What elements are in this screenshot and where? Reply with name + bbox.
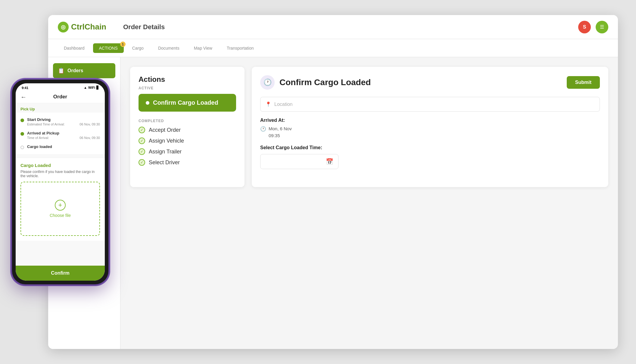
confirm-button[interactable]: Confirm	[16, 266, 105, 281]
timeline-dot-1	[20, 132, 24, 136]
cargo-time-label: Select Cargo Loaded Time:	[260, 145, 600, 150]
phone-timeline: Start Driving Estimated Time of Arrival:…	[16, 113, 105, 154]
completed-label-2: Assign Trailer	[149, 149, 182, 155]
app-logo: ◎ CtrlChain	[58, 22, 106, 32]
active-section-label: ACTIVE	[139, 86, 236, 90]
detail-title: Confirm Cargo Loaded	[279, 78, 371, 87]
list-item: ✓ Select Driver	[139, 159, 236, 166]
calendar-icon: 📅	[326, 158, 333, 165]
completed-section-label: COMPLETED	[139, 119, 236, 123]
list-item: Arrived at Pickup Time of Arrival: 06 No…	[20, 128, 100, 142]
timeline-meta-right-1: 06 Nov, 09:30	[80, 136, 100, 140]
cargo-card: Cargo Loaded Please confirm if you have …	[16, 158, 105, 241]
file-upload-plus-icon: +	[55, 200, 66, 211]
active-action-button[interactable]: Confirm Cargo Loaded	[139, 94, 236, 112]
orders-icon: 📋	[58, 67, 64, 74]
phone-time: 9:41	[22, 86, 28, 90]
timeline-content-2: Cargo loaded	[27, 144, 100, 149]
logo-icon: ◎	[58, 22, 69, 32]
timeline-meta-1: Time of Arrival: 06 Nov, 09:30	[27, 136, 100, 140]
tab-mapview[interactable]: Map View	[188, 43, 218, 53]
phone-header: ← Order	[16, 91, 105, 103]
detail-header: 🕐 Confirm Cargo Loaded Submit	[260, 75, 600, 90]
timeline-dot-0	[20, 119, 24, 122]
submit-button[interactable]: Submit	[567, 76, 600, 89]
arrived-time-text: Mon, 6 Nov 09:35	[269, 125, 292, 139]
list-item: ✓ Accept Order	[139, 127, 236, 133]
location-pin-icon: 📍	[265, 101, 271, 107]
timeline-meta-left-0: Estimated Time of Arrival:	[27, 122, 65, 126]
check-icon-1: ✓	[139, 137, 145, 144]
tab-dashboard[interactable]: Dashboard	[58, 43, 91, 53]
phone-icons: ▲WiFi▊	[84, 86, 99, 90]
check-icon-3: ✓	[139, 159, 145, 166]
clock-icon: 🕐	[260, 75, 275, 90]
panels-area: Actions ACTIVE Confirm Cargo Loaded COMP…	[120, 57, 618, 349]
cargo-card-title: Cargo Loaded	[20, 163, 100, 168]
active-action-label: Confirm Cargo Loaded	[153, 99, 218, 106]
timeline-dot-2	[20, 146, 24, 149]
timeline-title-0: Start Driving	[27, 117, 100, 122]
tab-transportation[interactable]: Transportation	[221, 43, 260, 53]
arrived-at-label: Arrived At:	[260, 118, 600, 123]
timeline-content-1: Arrived at Pickup Time of Arrival: 06 No…	[27, 131, 100, 140]
phone-content: Pick Up Start Driving Estimated Time of …	[16, 103, 105, 266]
location-input[interactable]: 📍 Location	[260, 97, 600, 112]
tab-badge: 1	[120, 42, 126, 47]
list-item: Cargo loaded	[20, 142, 100, 152]
pickup-section-header: Pick Up	[16, 103, 105, 113]
time-picker-input[interactable]: ​ 📅	[260, 154, 338, 169]
phone-wrapper: 9:41 ▲WiFi▊ ← Order Pick Up	[12, 80, 108, 284]
back-button[interactable]: ←	[20, 94, 26, 100]
check-icon-2: ✓	[139, 148, 145, 155]
timeline-meta-left-1: Time of Arrival:	[27, 136, 49, 140]
tab-bar: Dashboard ACTIONS 1 Cargo Documents Map …	[48, 39, 618, 57]
user-avatar-green[interactable]: ☰	[596, 21, 608, 33]
completed-label-1: Assign Vehicle	[149, 138, 184, 144]
sidebar-item-orders[interactable]: 📋 Orders	[53, 63, 115, 78]
location-placeholder: Location	[274, 102, 293, 107]
detail-panel: 🕐 Confirm Cargo Loaded Submit 📍 Location…	[252, 67, 608, 187]
timeline-title-2: Cargo loaded	[27, 144, 100, 149]
active-dot	[146, 101, 149, 105]
completed-list: ✓ Accept Order ✓ Assign Vehicle ✓ Assign…	[139, 127, 236, 166]
tab-cargo[interactable]: Cargo	[126, 43, 150, 53]
timeline-meta-right-0: 06 Nov, 09:30	[80, 122, 100, 126]
file-upload-area[interactable]: + Choose file	[20, 182, 100, 236]
tab-actions[interactable]: ACTIONS 1	[93, 43, 124, 53]
check-icon-0: ✓	[139, 127, 145, 133]
phone-order-title: Order	[53, 94, 67, 100]
arrived-date: Mon, 6 Nov	[269, 125, 292, 132]
tab-documents[interactable]: Documents	[152, 43, 186, 53]
timeline-meta-0: Estimated Time of Arrival: 06 Nov, 09:30	[27, 122, 100, 126]
logo-text: CtrlChain	[71, 22, 106, 32]
timeline-title-1: Arrived at Pickup	[27, 131, 100, 135]
list-item: ✓ Assign Vehicle	[139, 137, 236, 144]
user-avatar-red[interactable]: S	[578, 21, 591, 33]
completed-label-3: Select Driver	[149, 159, 180, 166]
detail-title-row: 🕐 Confirm Cargo Loaded	[260, 75, 371, 90]
arrived-time: 09:35	[269, 132, 292, 139]
phone-screen: 9:41 ▲WiFi▊ ← Order Pick Up	[16, 83, 105, 281]
actions-title: Actions	[139, 75, 236, 84]
arrived-clock-icon: 🕐	[260, 126, 266, 132]
list-item: Start Driving Estimated Time of Arrival:…	[20, 115, 100, 128]
list-item: ✓ Assign Trailer	[139, 148, 236, 155]
cargo-card-desc: Please confirm if you have loaded the ca…	[20, 170, 100, 178]
phone-frame: 9:41 ▲WiFi▊ ← Order Pick Up	[12, 80, 108, 284]
actions-panel: Actions ACTIVE Confirm Cargo Loaded COMP…	[130, 67, 245, 187]
timeline-content-0: Start Driving Estimated Time of Arrival:…	[27, 117, 100, 126]
phone-status-bar: 9:41 ▲WiFi▊	[16, 83, 105, 91]
sidebar-item-orders-label: Orders	[67, 68, 83, 73]
nav-right: S ☰	[578, 21, 608, 33]
page-title: Order Details	[123, 23, 165, 31]
choose-file-label: Choose file	[50, 213, 71, 218]
completed-label-0: Accept Order	[149, 127, 181, 133]
arrived-time-row: 🕐 Mon, 6 Nov 09:35	[260, 125, 600, 139]
